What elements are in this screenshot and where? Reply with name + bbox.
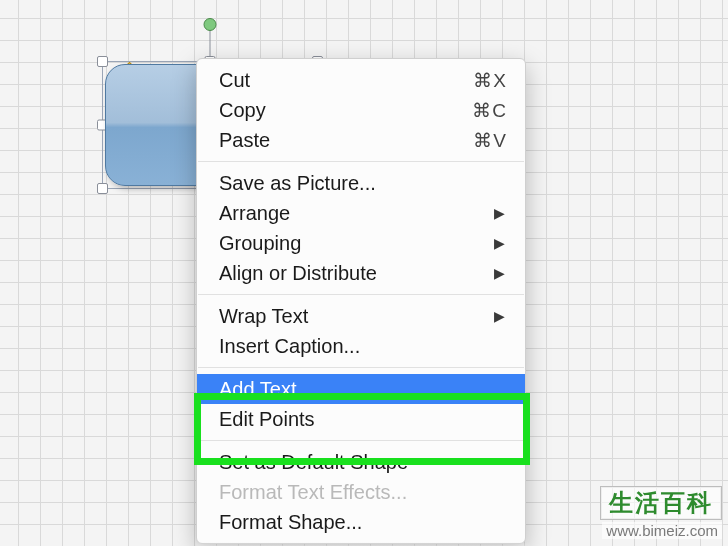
menu-item-label: Format Text Effects... (219, 481, 507, 504)
menu-item-label: Wrap Text (219, 305, 494, 328)
submenu-arrow-icon: ▶ (494, 205, 507, 221)
resize-handle-bl[interactable] (97, 183, 108, 194)
menu-item-shortcut: ⌘C (472, 99, 507, 122)
resize-handle-tl[interactable] (97, 56, 108, 67)
menu-item-label: Set as Default Shape (219, 451, 507, 474)
menu-item-label: Save as Picture... (219, 172, 507, 195)
submenu-arrow-icon: ▶ (494, 265, 507, 281)
menu-item-edit_points[interactable]: Edit Points (197, 404, 525, 434)
menu-item-insert_caption[interactable]: Insert Caption... (197, 331, 525, 361)
menu-item-add_text[interactable]: Add Text (197, 374, 525, 404)
menu-item-label: Edit Points (219, 408, 507, 431)
menu-item-copy[interactable]: Copy⌘C (197, 95, 525, 125)
menu-separator (198, 440, 524, 441)
menu-item-label: Insert Caption... (219, 335, 507, 358)
menu-item-grouping[interactable]: Grouping▶ (197, 228, 525, 258)
menu-separator (198, 161, 524, 162)
menu-item-label: Copy (219, 99, 472, 122)
submenu-arrow-icon: ▶ (494, 308, 507, 324)
menu-item-label: Format Shape... (219, 511, 507, 534)
menu-separator (198, 367, 524, 368)
submenu-arrow-icon: ▶ (494, 235, 507, 251)
menu-item-cut[interactable]: Cut⌘X (197, 65, 525, 95)
menu-item-label: Add Text (219, 378, 507, 401)
menu-separator (198, 294, 524, 295)
menu-item-shortcut: ⌘X (473, 69, 507, 92)
menu-item-format_shape[interactable]: Format Shape... (197, 507, 525, 537)
context-menu: Cut⌘XCopy⌘CPaste⌘VSave as Picture...Arra… (196, 58, 526, 544)
menu-item-paste[interactable]: Paste⌘V (197, 125, 525, 155)
menu-item-label: Grouping (219, 232, 494, 255)
menu-item-format_text: Format Text Effects... (197, 477, 525, 507)
menu-item-set_default[interactable]: Set as Default Shape (197, 447, 525, 477)
menu-item-wrap_text[interactable]: Wrap Text▶ (197, 301, 525, 331)
menu-item-shortcut: ⌘V (473, 129, 507, 152)
menu-item-label: Paste (219, 129, 473, 152)
menu-item-arrange[interactable]: Arrange▶ (197, 198, 525, 228)
menu-item-label: Arrange (219, 202, 494, 225)
menu-item-save_as_picture[interactable]: Save as Picture... (197, 168, 525, 198)
menu-item-align[interactable]: Align or Distribute▶ (197, 258, 525, 288)
menu-item-label: Align or Distribute (219, 262, 494, 285)
menu-item-label: Cut (219, 69, 473, 92)
